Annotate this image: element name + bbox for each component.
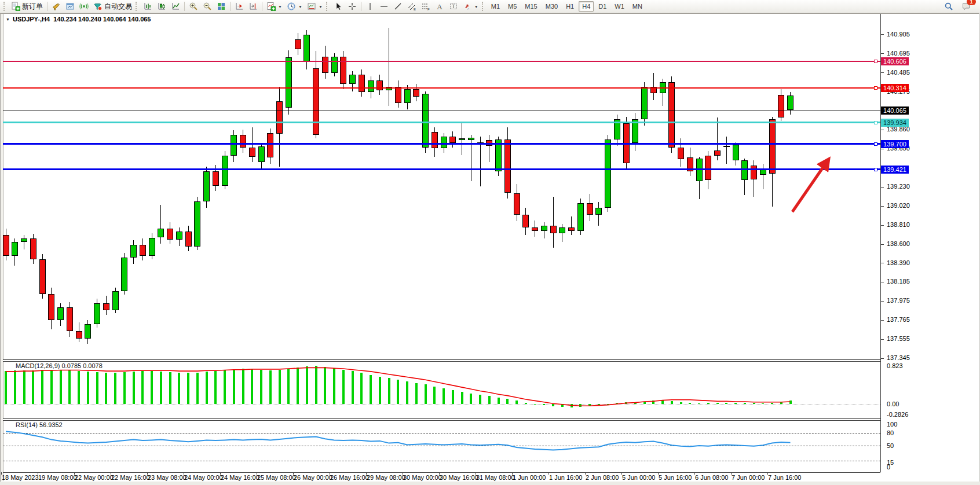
macd-histogram-bar [260, 370, 262, 404]
macd-histogram-bar [598, 404, 600, 405]
candle-body [185, 232, 192, 247]
macd-histogram-bar [14, 370, 16, 404]
macd-histogram-bar [415, 383, 418, 404]
panel-separator[interactable] [3, 359, 880, 362]
text-label-button[interactable]: T [447, 0, 460, 13]
candle-body [751, 166, 757, 179]
arrows-button[interactable]: ▼ [460, 0, 481, 13]
macd-histogram-bar [707, 403, 710, 404]
macd-histogram-bar [762, 403, 764, 404]
timeframe-m30-button[interactable]: M30 [542, 1, 561, 12]
macd-histogram-bar [370, 375, 372, 405]
crosshair-button[interactable] [345, 0, 359, 13]
fibonacci-icon: F [421, 2, 430, 11]
candle-body [231, 135, 237, 156]
equidistant-channel-button[interactable]: E [405, 0, 419, 13]
horizontal-line-button[interactable] [377, 0, 391, 13]
search-button[interactable] [942, 0, 956, 13]
horizontal-level-line-140.065[interactable] [3, 111, 880, 111]
fibonacci-button[interactable]: F [419, 0, 433, 13]
toolbar-grip[interactable] [3, 2, 6, 11]
timeframe-w1-button[interactable]: W1 [611, 1, 628, 12]
candle-body [249, 148, 255, 157]
templates-button[interactable]: ▼ [305, 0, 325, 13]
candle-body [112, 291, 119, 310]
chart-shift-button[interactable] [246, 0, 260, 13]
line-end-marker[interactable] [874, 86, 877, 90]
macd-histogram-bar [506, 399, 509, 404]
dropdown-arrow-icon[interactable]: ▼ [298, 5, 302, 9]
toolbar: 新订单自动交易▼▼▼EFAT▼M1M5M15M30H1H4D1W1MN1 [0, 0, 980, 13]
timeframe-mn-button[interactable]: MN [629, 1, 646, 12]
line-chart-button[interactable] [169, 0, 182, 13]
indicators-button[interactable]: ▼ [264, 0, 284, 13]
auto-scroll-button[interactable] [232, 0, 246, 13]
auto-trading-button[interactable]: 自动交易 [91, 0, 134, 13]
toolbar-grip[interactable] [482, 2, 485, 11]
dropdown-arrow-icon[interactable]: ▼ [319, 5, 323, 9]
candle-body [121, 258, 127, 291]
cursor-button[interactable] [331, 0, 345, 13]
vertical-line-button[interactable] [363, 0, 377, 13]
collapse-triangle-icon[interactable]: ▼ [6, 17, 10, 21]
signals-button[interactable] [77, 0, 91, 13]
horizontal-level-line-139.934[interactable] [3, 122, 880, 123]
timeframe-m5-button[interactable]: M5 [504, 1, 520, 12]
candle-body [678, 148, 684, 159]
macd-histogram-bar [689, 403, 691, 404]
timeframe-m15-button[interactable]: M15 [521, 1, 540, 12]
macd-histogram-bar [534, 404, 536, 405]
candle-wick [471, 135, 471, 181]
horizontal-level-line-140.314[interactable] [3, 87, 880, 89]
new-order-button[interactable]: 新订单 [9, 0, 45, 13]
candle-wick [726, 137, 727, 164]
line-end-marker[interactable] [874, 168, 877, 171]
macd-histogram-bar [352, 371, 354, 404]
time-tick-label: 24 May 00:00 [184, 474, 223, 481]
macd-axis-label: 0.823 [887, 362, 903, 369]
timeframe-d1-button[interactable]: D1 [595, 1, 610, 12]
macd-histogram-bar [379, 377, 381, 404]
tile-windows-button[interactable] [214, 0, 228, 13]
price-tick [881, 34, 884, 35]
price-level-badge: 140.314 [881, 84, 909, 92]
candle-chart-button[interactable] [155, 0, 169, 13]
candle-body [103, 303, 109, 311]
notifications-button[interactable]: 1 [959, 0, 973, 13]
candle-body [12, 242, 18, 256]
price-tick [881, 206, 884, 207]
timeframe-h1-button[interactable]: H1 [562, 1, 577, 12]
horizontal-level-line-140.606[interactable] [3, 61, 880, 62]
zoom-out-button[interactable] [200, 0, 214, 13]
panel-separator[interactable] [3, 418, 880, 421]
price-tick [881, 149, 884, 149]
price-level-badge: 140.606 [881, 57, 909, 65]
horizontal-level-line-139.700[interactable] [3, 143, 880, 145]
candle-body [668, 82, 675, 148]
price-tick-label: 140.485 [887, 69, 910, 76]
toolbar-grip[interactable] [136, 2, 138, 11]
trendline-button[interactable] [391, 0, 405, 13]
dropdown-arrow-icon[interactable]: ▼ [474, 5, 478, 9]
crosshair-icon [348, 2, 357, 11]
line-end-marker[interactable] [874, 142, 877, 146]
new-chart-button[interactable] [63, 0, 77, 13]
timeframe-m1-button[interactable]: M1 [488, 1, 503, 12]
toolbar-separator [262, 2, 262, 11]
macd-histogram-bar [661, 401, 664, 404]
line-end-marker[interactable] [874, 121, 877, 124]
macd-histogram-bar [50, 370, 53, 404]
bar-chart-button[interactable] [141, 0, 155, 13]
zoom-in-button[interactable] [187, 0, 200, 13]
periods-button[interactable]: ▼ [284, 0, 305, 13]
timeframe-h4-button[interactable]: H4 [579, 1, 594, 12]
macd-zero-line [3, 404, 880, 405]
dropdown-arrow-icon[interactable]: ▼ [278, 5, 282, 9]
horizontal-level-line-139.421[interactable] [3, 168, 880, 170]
candle-wick [571, 216, 572, 234]
horn-button[interactable] [49, 0, 63, 13]
toolbar-grip[interactable] [326, 2, 329, 11]
text-button[interactable]: A [433, 0, 447, 13]
candle-body [577, 203, 584, 232]
line-end-marker[interactable] [874, 60, 877, 63]
